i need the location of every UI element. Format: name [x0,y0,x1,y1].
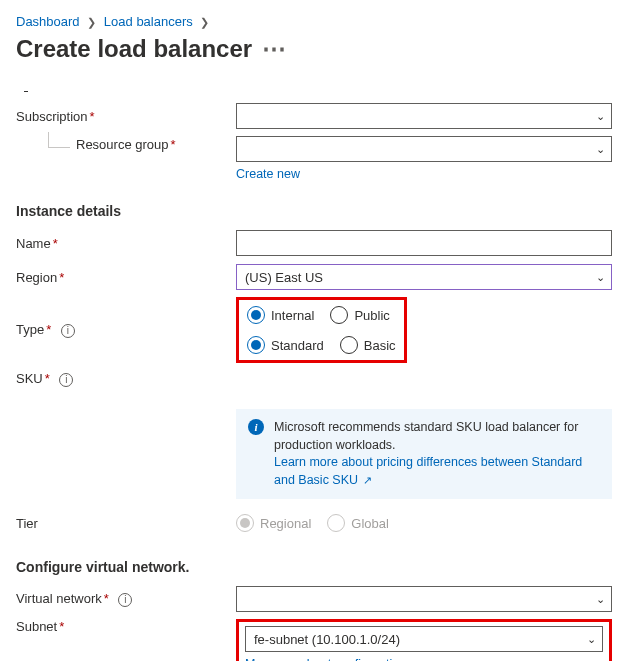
radio-tier-regional: Regional [236,514,311,532]
chevron-down-icon: ⌄ [596,593,605,606]
radio-type-public[interactable]: Public [330,306,389,324]
create-new-link[interactable]: Create new [236,167,300,181]
info-icon[interactable]: i [59,373,73,387]
section-configure-vnet: Configure virtual network. [16,559,612,575]
label-type: Type* i [16,322,236,338]
breadcrumb: Dashboard ❯ Load balancers ❯ [16,10,612,35]
label-tier: Tier [16,516,236,531]
label-vnet: Virtual network* i [16,591,236,607]
info-icon[interactable]: i [118,593,132,607]
radio-type-internal[interactable]: Internal [247,306,314,324]
page-title: Create load balancer⋯ [16,35,612,65]
label-subscription: Subscription* [16,109,236,124]
vnet-select[interactable]: ⌄ [236,586,612,612]
radio-tier-global: Global [327,514,389,532]
manage-subnet-link[interactable]: Manage subnet configuration [245,657,406,661]
section-instance-details: Instance details [16,203,612,219]
label-sku: SKU* i [16,371,236,387]
radio-sku-standard[interactable]: Standard [247,336,324,354]
highlight-type-sku: Internal Public Standard [236,297,407,363]
info-circle-icon: i [248,419,264,435]
separator-mark [24,86,28,92]
subnet-select[interactable]: fe-subnet (10.100.1.0/24) ⌄ [245,626,603,652]
external-link-icon: ↗ [360,474,372,486]
label-subnet: Subnet* [16,619,236,634]
learn-more-link[interactable]: Learn more about pricing differences bet… [274,455,582,487]
label-resource-group: Resource group* [16,136,236,152]
chevron-right-icon: ❯ [200,16,209,28]
subscription-select[interactable]: ⌄ [236,103,612,129]
chevron-down-icon: ⌄ [587,633,596,646]
highlight-subnet-ip: fe-subnet (10.100.1.0/24) ⌄ Manage subne… [236,619,612,661]
info-sku-recommendation: i Microsoft recommends standard SKU load… [236,409,612,499]
label-name: Name* [16,236,236,251]
chevron-down-icon: ⌄ [596,110,605,123]
region-select[interactable]: (US) East US ⌄ [236,264,612,290]
chevron-down-icon: ⌄ [596,143,605,156]
info-icon[interactable]: i [61,324,75,338]
radio-sku-basic[interactable]: Basic [340,336,396,354]
more-icon[interactable]: ⋯ [262,35,286,63]
breadcrumb-loadbalancers[interactable]: Load balancers [104,14,193,29]
label-region: Region* [16,270,236,285]
breadcrumb-dashboard[interactable]: Dashboard [16,14,80,29]
chevron-right-icon: ❯ [87,16,96,28]
name-input[interactable] [236,230,612,256]
chevron-down-icon: ⌄ [596,271,605,284]
resource-group-select[interactable]: ⌄ [236,136,612,162]
